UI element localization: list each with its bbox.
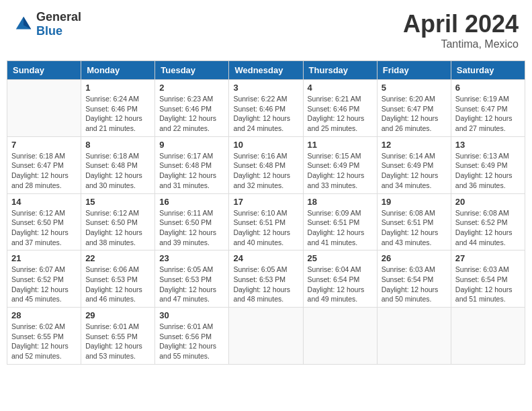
table-row: 9Sunrise: 6:17 AM Sunset: 6:48 PM Daylig…: [155, 136, 229, 193]
day-number: 16: [159, 197, 224, 207]
day-number: 7: [11, 140, 77, 150]
table-row: 16Sunrise: 6:11 AM Sunset: 6:50 PM Dayli…: [155, 193, 229, 250]
logo-blue: Blue: [36, 24, 81, 38]
table-row: 1Sunrise: 6:24 AM Sunset: 6:46 PM Daylig…: [81, 80, 155, 137]
day-number: 25: [308, 253, 373, 263]
day-detail: Sunrise: 6:08 AM Sunset: 6:52 PM Dayligh…: [455, 208, 521, 248]
day-number: 21: [11, 253, 77, 263]
day-detail: Sunrise: 6:10 AM Sunset: 6:51 PM Dayligh…: [233, 208, 298, 248]
col-thursday: Thursday: [303, 61, 377, 80]
day-number: 27: [455, 253, 521, 263]
day-detail: Sunrise: 6:22 AM Sunset: 6:46 PM Dayligh…: [233, 94, 298, 134]
calendar-week-row: 14Sunrise: 6:12 AM Sunset: 6:50 PM Dayli…: [7, 193, 525, 250]
table-row: 15Sunrise: 6:12 AM Sunset: 6:50 PM Dayli…: [81, 193, 155, 250]
day-number: 18: [308, 197, 373, 207]
table-row: [303, 308, 377, 365]
col-tuesday: Tuesday: [155, 61, 229, 80]
table-row: 3Sunrise: 6:22 AM Sunset: 6:46 PM Daylig…: [229, 80, 303, 137]
day-number: 2: [159, 83, 224, 93]
day-detail: Sunrise: 6:13 AM Sunset: 6:49 PM Dayligh…: [455, 151, 521, 191]
day-detail: Sunrise: 6:12 AM Sunset: 6:50 PM Dayligh…: [11, 208, 77, 248]
day-number: 13: [455, 140, 521, 150]
col-sunday: Sunday: [7, 61, 81, 80]
day-detail: Sunrise: 6:24 AM Sunset: 6:46 PM Dayligh…: [85, 94, 150, 134]
table-row: 12Sunrise: 6:14 AM Sunset: 6:49 PM Dayli…: [377, 136, 451, 193]
day-number: 23: [159, 253, 224, 263]
table-row: 17Sunrise: 6:10 AM Sunset: 6:51 PM Dayli…: [229, 193, 303, 250]
table-row: 13Sunrise: 6:13 AM Sunset: 6:49 PM Dayli…: [451, 136, 525, 193]
calendar-header-row: Sunday Monday Tuesday Wednesday Thursday…: [7, 61, 525, 80]
day-detail: Sunrise: 6:03 AM Sunset: 6:54 PM Dayligh…: [455, 265, 521, 304]
day-detail: Sunrise: 6:18 AM Sunset: 6:47 PM Dayligh…: [11, 151, 77, 191]
logo-text: General Blue: [36, 10, 81, 38]
day-detail: Sunrise: 6:07 AM Sunset: 6:52 PM Dayligh…: [11, 265, 77, 304]
table-row: 26Sunrise: 6:03 AM Sunset: 6:54 PM Dayli…: [377, 250, 451, 308]
title-block: April 2024 Tantima, Mexico: [403, 10, 519, 50]
col-wednesday: Wednesday: [229, 61, 303, 80]
table-row: 21Sunrise: 6:07 AM Sunset: 6:52 PM Dayli…: [7, 250, 81, 308]
day-detail: Sunrise: 6:02 AM Sunset: 6:55 PM Dayligh…: [11, 322, 77, 361]
day-number: 8: [85, 140, 150, 150]
logo-general: General: [36, 10, 81, 24]
day-number: 1: [85, 83, 150, 93]
table-row: 30Sunrise: 6:01 AM Sunset: 6:56 PM Dayli…: [155, 308, 229, 365]
location-subtitle: Tantima, Mexico: [403, 38, 519, 50]
table-row: [229, 308, 303, 365]
day-detail: Sunrise: 6:11 AM Sunset: 6:50 PM Dayligh…: [159, 208, 224, 248]
day-detail: Sunrise: 6:05 AM Sunset: 6:53 PM Dayligh…: [159, 265, 224, 304]
table-row: 8Sunrise: 6:18 AM Sunset: 6:48 PM Daylig…: [81, 136, 155, 193]
table-row: 6Sunrise: 6:19 AM Sunset: 6:47 PM Daylig…: [451, 80, 525, 137]
day-detail: Sunrise: 6:16 AM Sunset: 6:48 PM Dayligh…: [233, 151, 298, 191]
day-detail: Sunrise: 6:20 AM Sunset: 6:47 PM Dayligh…: [382, 94, 447, 134]
logo-icon: [13, 14, 34, 34]
day-detail: Sunrise: 6:14 AM Sunset: 6:49 PM Dayligh…: [382, 151, 447, 191]
table-row: 10Sunrise: 6:16 AM Sunset: 6:48 PM Dayli…: [229, 136, 303, 193]
table-row: 5Sunrise: 6:20 AM Sunset: 6:47 PM Daylig…: [377, 80, 451, 137]
day-number: 15: [85, 197, 150, 207]
day-number: 9: [159, 140, 224, 150]
col-monday: Monday: [81, 61, 155, 80]
table-row: 27Sunrise: 6:03 AM Sunset: 6:54 PM Dayli…: [451, 250, 525, 308]
day-number: 3: [233, 83, 298, 93]
table-row: 29Sunrise: 6:01 AM Sunset: 6:55 PM Dayli…: [81, 308, 155, 365]
calendar-week-row: 28Sunrise: 6:02 AM Sunset: 6:55 PM Dayli…: [7, 308, 525, 365]
day-number: 30: [159, 310, 224, 320]
table-row: 11Sunrise: 6:15 AM Sunset: 6:49 PM Dayli…: [303, 136, 377, 193]
day-detail: Sunrise: 6:05 AM Sunset: 6:53 PM Dayligh…: [233, 265, 298, 304]
day-detail: Sunrise: 6:21 AM Sunset: 6:46 PM Dayligh…: [308, 94, 373, 134]
day-number: 22: [85, 253, 150, 263]
day-number: 20: [455, 197, 521, 207]
table-row: 20Sunrise: 6:08 AM Sunset: 6:52 PM Dayli…: [451, 193, 525, 250]
table-row: 19Sunrise: 6:08 AM Sunset: 6:51 PM Dayli…: [377, 193, 451, 250]
table-row: 14Sunrise: 6:12 AM Sunset: 6:50 PM Dayli…: [7, 193, 81, 250]
day-detail: Sunrise: 6:06 AM Sunset: 6:53 PM Dayligh…: [85, 265, 150, 304]
day-number: 24: [233, 253, 298, 263]
day-detail: Sunrise: 6:03 AM Sunset: 6:54 PM Dayligh…: [382, 265, 447, 304]
table-row: 7Sunrise: 6:18 AM Sunset: 6:47 PM Daylig…: [7, 136, 81, 193]
logo: General Blue: [13, 10, 81, 38]
day-number: 6: [455, 83, 521, 93]
table-row: 22Sunrise: 6:06 AM Sunset: 6:53 PM Dayli…: [81, 250, 155, 308]
table-row: 25Sunrise: 6:04 AM Sunset: 6:54 PM Dayli…: [303, 250, 377, 308]
col-saturday: Saturday: [451, 61, 525, 80]
table-row: 28Sunrise: 6:02 AM Sunset: 6:55 PM Dayli…: [7, 308, 81, 365]
day-number: 4: [308, 83, 373, 93]
calendar-week-row: 21Sunrise: 6:07 AM Sunset: 6:52 PM Dayli…: [7, 250, 525, 308]
day-detail: Sunrise: 6:01 AM Sunset: 6:56 PM Dayligh…: [159, 322, 224, 361]
day-number: 28: [11, 310, 77, 320]
day-number: 5: [382, 83, 447, 93]
day-number: 12: [382, 140, 447, 150]
day-detail: Sunrise: 6:09 AM Sunset: 6:51 PM Dayligh…: [308, 208, 373, 248]
day-number: 17: [233, 197, 298, 207]
day-number: 10: [233, 140, 298, 150]
day-detail: Sunrise: 6:12 AM Sunset: 6:50 PM Dayligh…: [85, 208, 150, 248]
day-detail: Sunrise: 6:08 AM Sunset: 6:51 PM Dayligh…: [382, 208, 447, 248]
day-number: 19: [382, 197, 447, 207]
day-number: 29: [85, 310, 150, 320]
day-number: 26: [382, 253, 447, 263]
day-detail: Sunrise: 6:18 AM Sunset: 6:48 PM Dayligh…: [85, 151, 150, 191]
table-row: [377, 308, 451, 365]
table-row: 24Sunrise: 6:05 AM Sunset: 6:53 PM Dayli…: [229, 250, 303, 308]
page-header: General Blue April 2024 Tantima, Mexico: [7, 7, 525, 54]
table-row: 2Sunrise: 6:23 AM Sunset: 6:46 PM Daylig…: [155, 80, 229, 137]
